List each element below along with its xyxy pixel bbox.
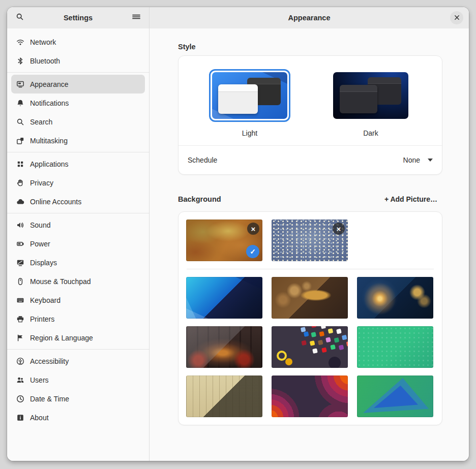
battery-icon bbox=[16, 240, 24, 248]
flag-icon bbox=[16, 334, 24, 342]
sidebar-headerbar: Settings bbox=[7, 7, 149, 28]
sidebar-item-network[interactable]: Network bbox=[11, 33, 145, 51]
sidebar-item-label: Displays bbox=[30, 259, 57, 267]
schedule-label: Schedule bbox=[188, 156, 217, 164]
theme-option-light[interactable]: Light bbox=[201, 69, 299, 137]
appearance-icon bbox=[16, 80, 24, 88]
sidebar-item-sound[interactable]: Sound bbox=[11, 215, 145, 234]
multitasking-icon bbox=[16, 137, 24, 145]
sidebar-item-mouse[interactable]: Mouse & Touchpad bbox=[11, 272, 145, 291]
sidebar-item-privacy[interactable]: Privacy bbox=[11, 173, 145, 192]
wallpaper-green-blue-triangles[interactable] bbox=[357, 376, 433, 417]
chevron-down-icon bbox=[428, 159, 433, 162]
sidebar-item-about[interactable]: About bbox=[11, 408, 145, 427]
sidebar-item-label: Date & Time bbox=[30, 395, 69, 403]
wallpaper-purple-contours[interactable] bbox=[272, 376, 348, 417]
settings-window: Settings NetworkBluetoothAppearanceNotif… bbox=[7, 7, 469, 461]
sidebar-item-region[interactable]: Region & Language bbox=[11, 328, 145, 347]
sidebar-item-label: Applications bbox=[30, 160, 69, 168]
wifi-icon bbox=[16, 38, 24, 46]
keyboard-icon bbox=[16, 296, 24, 304]
wallpaper-autumn-leaves[interactable] bbox=[272, 277, 348, 319]
grid-icon bbox=[16, 160, 24, 168]
search-icon bbox=[16, 13, 24, 23]
wallpaper-light-bulb[interactable] bbox=[357, 277, 433, 319]
style-previews: LightDark bbox=[178, 56, 442, 145]
theme-option-label: Light bbox=[242, 129, 257, 137]
remove-wallpaper-icon[interactable]: × bbox=[247, 223, 259, 235]
sidebar-separator bbox=[7, 349, 149, 350]
sidebar-item-multitasking[interactable]: Multitasking bbox=[11, 131, 145, 150]
sidebar-item-label: Sound bbox=[30, 221, 50, 229]
sidebar-title: Settings bbox=[28, 14, 128, 22]
users-icon bbox=[16, 376, 24, 384]
close-button[interactable] bbox=[450, 11, 463, 24]
wallpaper-snowy-forest[interactable]: × bbox=[272, 220, 348, 261]
schedule-value: None bbox=[403, 156, 420, 164]
wallpaper-painted-abstract[interactable]: ×✓ bbox=[186, 220, 262, 261]
sidebar-separator bbox=[7, 72, 149, 73]
sidebar-item-label: Region & Language bbox=[30, 334, 93, 342]
sidebar-item-power[interactable]: Power bbox=[11, 234, 145, 253]
background-header: Background + Add Picture… bbox=[178, 192, 442, 207]
sidebar-item-label: Users bbox=[30, 376, 49, 384]
sidebar-item-label: Online Accounts bbox=[30, 198, 81, 206]
wallpaper-divider bbox=[187, 269, 434, 269]
sidebar-item-search[interactable]: Search bbox=[11, 112, 145, 131]
sidebar-item-datetime[interactable]: Date & Time bbox=[11, 389, 145, 408]
sidebar-item-online-accounts[interactable]: Online Accounts bbox=[11, 192, 145, 211]
sidebar-item-displays[interactable]: Displays bbox=[11, 253, 145, 272]
main-headerbar: Appearance bbox=[150, 7, 469, 28]
sidebar-item-label: Accessibility bbox=[30, 357, 69, 365]
main-panel: Appearance Style LightDark Schedule None bbox=[150, 7, 469, 461]
wallpaper-green-halftone[interactable] bbox=[357, 326, 433, 368]
add-picture-button[interactable]: + Add Picture… bbox=[379, 192, 442, 207]
theme-option-label: Dark bbox=[363, 129, 378, 137]
wallpaper-blue-polygons[interactable] bbox=[186, 277, 262, 319]
sidebar-item-label: Network bbox=[30, 38, 56, 46]
sidebar-item-label: About bbox=[30, 414, 49, 422]
main-menu-button[interactable] bbox=[128, 10, 144, 25]
clock-icon bbox=[16, 395, 24, 403]
sidebar-item-label: Search bbox=[30, 118, 52, 126]
search-button[interactable] bbox=[12, 10, 28, 25]
schedule-dropdown[interactable]: None bbox=[403, 156, 433, 164]
preset-wallpaper-grid bbox=[186, 277, 434, 417]
wallpaper-app-icons[interactable] bbox=[272, 326, 348, 368]
sidebar-item-label: Keyboard bbox=[30, 296, 61, 304]
theme-thumbnail-light bbox=[212, 72, 287, 119]
style-card: LightDark Schedule None bbox=[178, 55, 442, 175]
sidebar-item-bluetooth[interactable]: Bluetooth bbox=[11, 51, 145, 70]
wallpaper-wood-diagonal[interactable] bbox=[186, 376, 262, 417]
remove-wallpaper-icon[interactable]: × bbox=[333, 223, 345, 235]
sidebar-item-printers[interactable]: Printers bbox=[11, 309, 145, 328]
wallpaper-foggy-forest[interactable] bbox=[186, 326, 262, 368]
accessibility-icon bbox=[16, 357, 24, 365]
bluetooth-icon bbox=[16, 57, 24, 65]
sidebar-item-accessibility[interactable]: Accessibility bbox=[11, 352, 145, 370]
sidebar-item-label: Notifications bbox=[30, 99, 69, 107]
sidebar-item-label: Multitasking bbox=[30, 137, 68, 145]
sidebar-item-label: Appearance bbox=[30, 80, 69, 88]
sidebar-item-keyboard[interactable]: Keyboard bbox=[11, 291, 145, 309]
sidebar-item-label: Bluetooth bbox=[30, 57, 60, 65]
sidebar-nav: NetworkBluetoothAppearanceNotificationsS… bbox=[7, 28, 149, 431]
page-title: Appearance bbox=[288, 14, 330, 22]
sidebar-item-notifications[interactable]: Notifications bbox=[11, 93, 145, 112]
theme-option-dark[interactable]: Dark bbox=[322, 69, 420, 137]
style-section-title: Style bbox=[178, 43, 442, 51]
schedule-row[interactable]: Schedule None bbox=[178, 146, 442, 174]
mouse-icon bbox=[16, 277, 24, 286]
monitor-icon bbox=[16, 259, 24, 267]
printer-icon bbox=[16, 315, 24, 323]
sidebar-separator bbox=[7, 213, 149, 213]
cloud-icon bbox=[16, 198, 24, 206]
sidebar-item-users[interactable]: Users bbox=[11, 370, 145, 389]
sidebar-item-applications[interactable]: Applications bbox=[11, 154, 145, 173]
theme-thumbnail-dark bbox=[333, 72, 408, 119]
sidebar-item-appearance[interactable]: Appearance bbox=[11, 75, 145, 93]
sidebar-item-label: Printers bbox=[30, 315, 54, 323]
sidebar-item-label: Privacy bbox=[30, 179, 53, 187]
hand-icon bbox=[16, 179, 24, 187]
background-section-title: Background bbox=[178, 195, 221, 203]
